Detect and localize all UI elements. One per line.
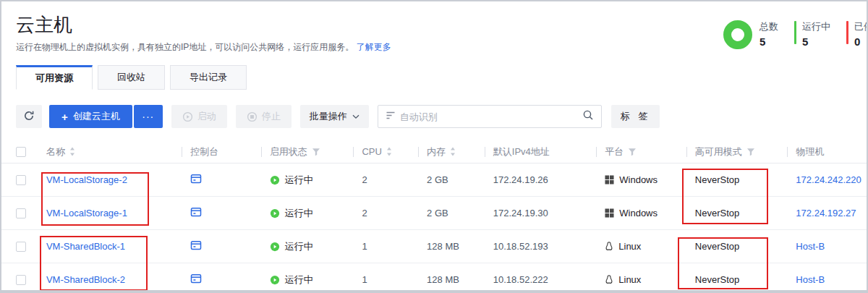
table-row: VM-LocalStorage-2 运行中 2 2 GB 172.24.19.2…: [1, 164, 867, 197]
col-ha-mode-label: 高可用模式: [695, 145, 742, 158]
search-input[interactable]: [400, 111, 578, 122]
row-checkbox[interactable]: [16, 208, 26, 218]
platform-label: Linux: [618, 241, 641, 252]
tab-bar: 可用资源 回收站 导出记录: [1, 65, 867, 90]
running-status-icon: [270, 275, 280, 285]
platform-label: Windows: [619, 208, 658, 218]
vm-name-link[interactable]: VM-SharedBlock-1: [46, 241, 125, 252]
windows-icon: [605, 175, 614, 184]
memory-value: 128 MB: [427, 241, 459, 252]
tab-available-resources[interactable]: 可用资源: [16, 65, 93, 90]
console-button[interactable]: [190, 173, 202, 187]
sort-icon[interactable]: [69, 147, 75, 156]
col-memory-label: 内存: [427, 145, 446, 158]
filter-icon[interactable]: [628, 148, 637, 156]
learn-more-link[interactable]: 了解更多: [357, 42, 391, 52]
play-circle-icon: [182, 111, 193, 122]
table-header: 名称 控制台 启用状态 CPU 内存 默认IPv4地址 平台: [1, 140, 867, 164]
plus-icon: +: [61, 111, 68, 123]
stop-button[interactable]: 停止: [236, 105, 292, 128]
ha-mode-value: NeverStop: [695, 174, 739, 185]
col-status-label: 启用状态: [270, 145, 307, 158]
refresh-button[interactable]: [16, 105, 42, 128]
col-host-label: 物理机: [796, 145, 824, 158]
row-checkbox[interactable]: [16, 175, 26, 185]
row-checkbox[interactable]: [16, 275, 26, 285]
host-link[interactable]: 172.24.192.27: [796, 208, 856, 218]
tab-recycle-bin[interactable]: 回收站: [98, 65, 165, 90]
status-label: 运行中: [285, 240, 313, 253]
search-icon[interactable]: [582, 109, 594, 124]
stop-label: 停止: [262, 110, 281, 123]
table-body: VM-LocalStorage-2 运行中 2 2 GB 172.24.19.2…: [1, 164, 867, 293]
filter-lines-icon: [386, 110, 396, 123]
status-label: 运行中: [285, 174, 313, 187]
memory-value: 2 GB: [427, 174, 448, 185]
host-link[interactable]: 172.24.242.220: [796, 174, 861, 185]
ipv4-value: 10.18.52.222: [493, 274, 548, 285]
stat-stopped-value: 0: [854, 35, 868, 48]
toolbar: + 创建云主机 ··· 启动 停止 批量操作: [1, 105, 867, 128]
start-label: 启动: [197, 110, 216, 123]
console-icon: [190, 173, 202, 187]
running-status-icon: [270, 242, 280, 252]
linux-icon: [605, 274, 613, 285]
cpu-value: 2: [362, 208, 367, 218]
table-row: VM-SharedBlock-2 运行中 1 128 MB 10.18.52.2…: [1, 263, 867, 293]
row-checkbox[interactable]: [16, 242, 26, 252]
console-icon: [190, 206, 202, 220]
batch-operations-label: 批量操作: [310, 110, 347, 123]
ipv4-value: 10.18.52.193: [493, 241, 548, 252]
tag-button[interactable]: 标 签: [611, 105, 660, 128]
status-label: 运行中: [285, 207, 313, 220]
console-button[interactable]: [190, 273, 202, 286]
table-row: VM-LocalStorage-1 运行中 2 2 GB 172.24.19.3…: [1, 197, 867, 230]
platform-label: Windows: [619, 174, 658, 185]
stat-running-value: 5: [802, 35, 830, 48]
filter-icon[interactable]: [312, 148, 320, 156]
vm-stats: 总数 5 运行中 5 已停止 0: [723, 20, 868, 49]
vm-name-link[interactable]: VM-LocalStorage-1: [46, 208, 127, 218]
total-donut-chart: [723, 20, 752, 49]
platform-label: Linux: [618, 274, 641, 285]
col-cpu-label: CPU: [362, 146, 381, 157]
ha-mode-value: NeverStop: [695, 241, 739, 252]
chevron-down-icon: [352, 114, 359, 119]
linux-icon: [605, 241, 613, 252]
cpu-value: 1: [362, 241, 367, 252]
stat-running-label: 运行中: [802, 20, 830, 33]
sort-icon[interactable]: [450, 147, 456, 156]
more-actions-button[interactable]: ···: [134, 105, 163, 128]
create-vm-button[interactable]: + 创建云主机: [49, 105, 132, 128]
col-platform-label: 平台: [605, 145, 624, 158]
tab-export-records[interactable]: 导出记录: [170, 65, 247, 90]
ha-mode-value: NeverStop: [695, 274, 739, 285]
running-status-icon: [270, 208, 280, 218]
console-icon: [190, 239, 202, 253]
create-vm-label: 创建云主机: [73, 110, 120, 123]
host-link[interactable]: Host-B: [796, 241, 825, 252]
stopped-bar: [846, 21, 848, 44]
stat-total: 总数 5: [760, 20, 778, 48]
status-label: 运行中: [285, 273, 313, 286]
cpu-value: 2: [362, 174, 367, 185]
windows-icon: [605, 208, 614, 218]
host-link[interactable]: Host-B: [796, 274, 825, 285]
console-button[interactable]: [190, 206, 202, 220]
cpu-value: 1: [362, 274, 367, 285]
stop-circle-icon: [247, 111, 258, 122]
start-button[interactable]: 启动: [171, 105, 227, 128]
console-icon: [190, 273, 202, 286]
vm-name-link[interactable]: VM-SharedBlock-2: [46, 274, 125, 285]
select-all-checkbox[interactable]: [16, 147, 26, 157]
sort-icon[interactable]: [386, 147, 392, 156]
vm-name-link[interactable]: VM-LocalStorage-2: [46, 174, 127, 185]
refresh-icon: [23, 110, 35, 124]
stat-running: 运行中 5: [794, 20, 830, 48]
batch-operations-button[interactable]: 批量操作: [300, 105, 369, 128]
page-header: 云主机 运行在物理机上的虚拟机实例，具有独立的IP地址，可以访问公共网络，运行应…: [1, 1, 867, 65]
ipv4-value: 172.24.19.30: [493, 208, 548, 218]
console-button[interactable]: [190, 239, 202, 253]
filter-icon[interactable]: [746, 148, 755, 156]
col-console-label: 控制台: [190, 145, 218, 158]
